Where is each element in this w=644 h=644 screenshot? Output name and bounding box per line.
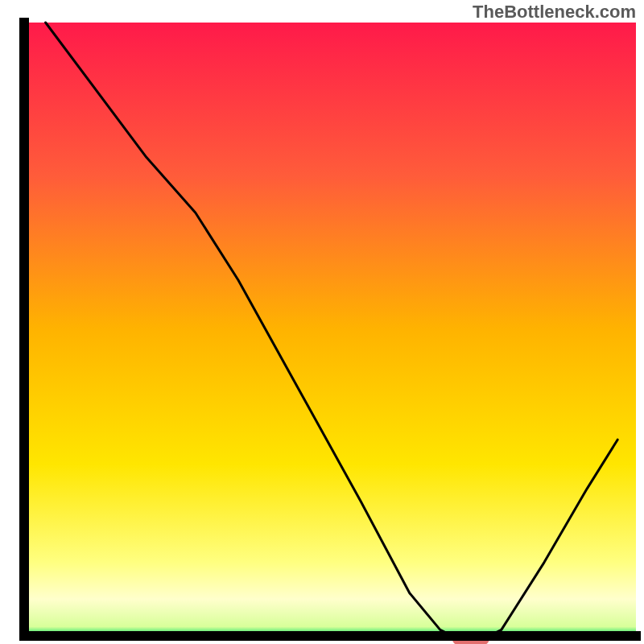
gradient-background	[24, 23, 636, 636]
attribution-text: TheBottleneck.com	[473, 2, 636, 23]
bottleneck-chart: TheBottleneck.com	[0, 0, 644, 644]
chart-svg	[0, 0, 644, 644]
